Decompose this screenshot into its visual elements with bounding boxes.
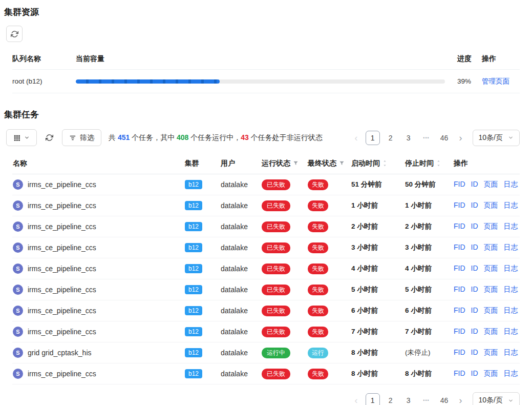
table-row: S irms_ce_pipeline_ccs b12 datalake 已失败 … [12,216,520,237]
table-row: S irms_ce_pipeline_ccs b12 datalake 已失败 … [12,174,520,195]
table-row: S irms_ce_pipeline_ccs b12 datalake 已失败 … [12,258,520,279]
page-ellipsis[interactable]: ••• [419,131,434,145]
pagination-bottom: ‹ 1 2 3 ••• 46 › 10条/页 [351,392,520,405]
sort-icon[interactable] [382,160,387,167]
fid-link[interactable]: FID [454,180,465,189]
log-link[interactable]: 日志 [504,369,518,378]
page-size-value: 10条/页 [479,133,503,143]
log-link[interactable]: 日志 [504,306,518,315]
capacity-progressbar [76,79,445,84]
id-link[interactable]: ID [471,180,478,189]
id-link[interactable]: ID [471,369,478,378]
id-link[interactable]: ID [471,222,478,231]
fid-link[interactable]: FID [454,222,465,231]
page-button-1[interactable]: 1 [366,393,380,405]
id-link[interactable]: ID [471,327,478,336]
id-link[interactable]: ID [471,285,478,294]
funnel-icon[interactable] [293,160,299,166]
cluster-badge: b12 [185,264,202,273]
log-link[interactable]: 日志 [504,285,518,294]
id-link[interactable]: ID [471,348,478,357]
page-button-3[interactable]: 3 [401,393,416,405]
cluster-badge: b12 [185,180,202,189]
user-cell: datalake [218,286,259,294]
col-cluster: 集群 [182,159,218,168]
start-time: 6 小时前 [348,306,402,315]
page-size-select[interactable]: 10条/页 [473,392,520,405]
next-page-button[interactable]: › [455,393,466,405]
page-button-3[interactable]: 3 [401,131,416,145]
final-status-badge: 失败 [308,327,328,337]
start-time: 51 分钟前 [348,180,402,189]
log-link[interactable]: 日志 [504,222,518,231]
col-run-status: 运行状态 [259,159,305,168]
page-size-value: 10条/页 [479,396,503,405]
final-status-badge: 运行 [308,348,328,358]
fid-link[interactable]: FID [454,306,465,315]
page-button-2[interactable]: 2 [384,393,398,405]
log-link[interactable]: 日志 [504,201,518,210]
page-link[interactable]: 页面 [484,348,498,357]
fid-link[interactable]: FID [454,201,465,210]
log-link[interactable]: 日志 [504,243,518,252]
sort-icon[interactable] [436,160,441,167]
cluster-badge: b12 [185,243,202,252]
cluster-badge: b12 [185,369,202,378]
page-link[interactable]: 页面 [484,306,498,315]
fid-link[interactable]: FID [454,327,465,336]
fid-link[interactable]: FID [454,348,465,357]
page-link[interactable]: 页面 [484,222,498,231]
id-link[interactable]: ID [471,243,478,252]
prev-page-button[interactable]: ‹ [351,393,362,405]
tasks-refresh-button[interactable] [46,130,53,146]
final-status-badge: 失败 [308,179,328,190]
log-link[interactable]: 日志 [504,327,518,336]
page-link[interactable]: 页面 [484,180,498,189]
total-count: 451 [118,133,130,141]
final-status-badge: 失败 [308,264,328,274]
page-button-1[interactable]: 1 [366,131,380,145]
run-status-badge: 运行中 [262,348,290,358]
avatar: S [13,327,23,337]
manage-page-link[interactable]: 管理页面 [482,77,509,85]
fid-link[interactable]: FID [454,369,465,378]
funnel-icon[interactable] [339,160,345,166]
col-queue-name: 队列名称 [12,54,76,64]
page-button-46[interactable]: 46 [437,393,452,405]
user-cell: datalake [218,180,259,189]
table-row: S irms_ce_pipeline_ccs b12 datalake 已失败 … [12,300,520,321]
nonrunning-count: 43 [241,133,249,141]
page-button-46[interactable]: 46 [437,131,452,145]
pagination-top: ‹ 1 2 3 ••• 46 › 10条/页 [351,130,520,146]
prev-page-button[interactable]: ‹ [351,131,362,145]
id-link[interactable]: ID [471,306,478,315]
resources-refresh-button[interactable] [6,26,23,42]
page-size-select[interactable]: 10条/页 [473,130,520,146]
fid-link[interactable]: FID [454,285,465,294]
columns-dropdown-button[interactable] [6,129,37,146]
start-time: 8 小时前 [348,369,402,378]
fid-link[interactable]: FID [454,264,465,273]
log-link[interactable]: 日志 [504,180,518,189]
resources-section-title: 集群资源 [4,6,520,18]
page-link[interactable]: 页面 [484,264,498,273]
next-page-button[interactable]: › [455,131,466,145]
log-link[interactable]: 日志 [504,264,518,273]
page-link[interactable]: 页面 [484,201,498,210]
page-link[interactable]: 页面 [484,369,498,378]
page-link[interactable]: 页面 [484,327,498,336]
page-ellipsis[interactable]: ••• [419,393,434,405]
id-link[interactable]: ID [471,201,478,210]
page-link[interactable]: 页面 [484,243,498,252]
refresh-icon [11,30,18,38]
filter-button[interactable]: 筛选 [62,129,101,146]
col-user: 用户 [218,159,259,168]
page-button-2[interactable]: 2 [384,131,398,145]
col-resources-actions: 操作 [482,54,520,64]
page-link[interactable]: 页面 [484,285,498,294]
run-status-badge: 已失败 [262,327,290,337]
log-link[interactable]: 日志 [504,348,518,357]
final-status-badge: 失败 [308,242,328,253]
fid-link[interactable]: FID [454,243,465,252]
id-link[interactable]: ID [471,264,478,273]
